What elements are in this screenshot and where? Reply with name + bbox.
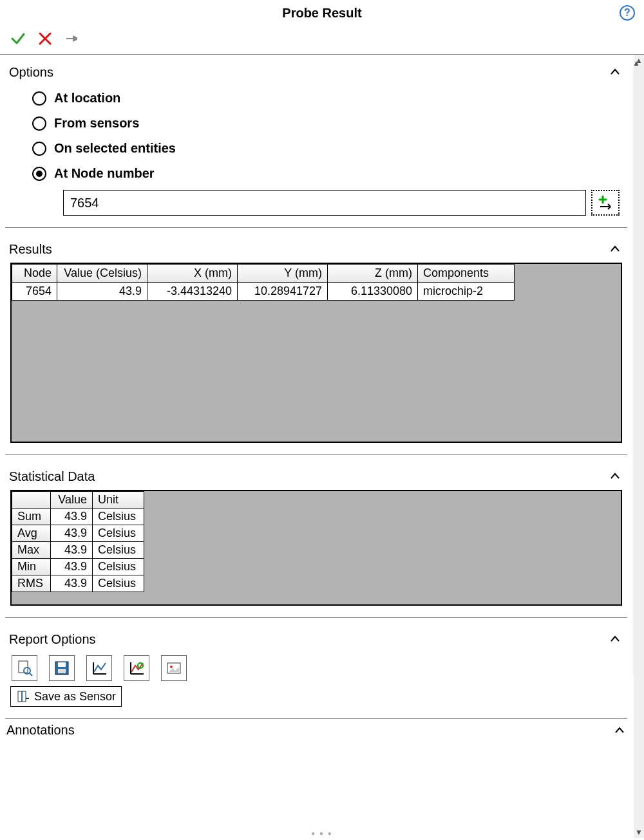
node-number-input[interactable] xyxy=(63,190,586,216)
pin-button[interactable] xyxy=(63,30,81,48)
help-icon[interactable]: ? xyxy=(620,5,635,21)
cell-value: 43.9 xyxy=(51,542,93,559)
col-value[interactable]: Value xyxy=(51,492,93,509)
chevron-up-icon xyxy=(607,468,623,485)
report-capture-button[interactable] xyxy=(161,655,187,681)
stats-table: Value Unit Sum 43.9 Celsius xyxy=(12,491,144,592)
radio-icon xyxy=(32,117,46,131)
cell-label: Sum xyxy=(12,509,51,525)
col-value[interactable]: Value (Celsius) xyxy=(57,265,147,283)
svg-rect-4 xyxy=(58,669,66,673)
section-report-title: Report Options xyxy=(9,632,96,647)
table-row[interactable]: 7654 43.9 -3.44313240 10.28941727 6.1133… xyxy=(12,283,515,301)
stats-table-area[interactable]: Value Unit Sum 43.9 Celsius xyxy=(10,490,622,606)
chevron-up-icon xyxy=(607,241,623,257)
radio-label: On selected entities xyxy=(54,141,176,156)
inner-scrollbar[interactable]: ▲ xyxy=(631,57,641,675)
radio-from-sensors[interactable]: From sensors xyxy=(32,111,625,136)
report-plot-button[interactable] xyxy=(86,655,112,681)
report-toolbar xyxy=(8,650,625,686)
svg-point-7 xyxy=(170,666,173,668)
report-save-button[interactable] xyxy=(49,655,75,681)
col-y[interactable]: Y (mm) xyxy=(238,265,328,283)
cell-label: Max xyxy=(12,542,51,559)
section-annotations-title: Annotations xyxy=(6,723,75,738)
cell-value: 43.9 xyxy=(51,509,93,525)
chevron-up-icon xyxy=(607,631,623,648)
results-table-area[interactable]: Node Value (Celsius) X (mm) Y (mm) Z (mm… xyxy=(10,263,622,443)
report-summary-button[interactable] xyxy=(12,655,37,681)
col-unit[interactable]: Unit xyxy=(93,492,144,509)
cell-unit: Celsius xyxy=(93,575,144,592)
cell-y: 10.28941727 xyxy=(238,283,328,301)
radio-label: At Node number xyxy=(54,166,155,181)
sensor-icon xyxy=(16,689,30,704)
chart-target-icon xyxy=(128,659,146,677)
check-icon xyxy=(10,31,26,46)
radio-icon xyxy=(32,142,46,156)
section-results-header[interactable]: Results xyxy=(8,238,625,260)
svg-rect-3 xyxy=(58,662,66,667)
section-results-title: Results xyxy=(9,242,52,257)
cell-unit: Celsius xyxy=(93,559,144,575)
cell-value: 43.9 xyxy=(57,283,147,301)
section-report-header[interactable]: Report Options xyxy=(8,628,625,650)
section-options-title: Options xyxy=(9,65,53,80)
ok-button[interactable] xyxy=(9,30,27,48)
cell-components: microchip-2 xyxy=(418,283,515,301)
cell-unit: Celsius xyxy=(93,509,144,525)
page-title: Probe Result xyxy=(282,6,361,21)
col-node[interactable]: Node xyxy=(12,265,57,283)
image-icon xyxy=(165,659,183,677)
cell-label: Min xyxy=(12,559,51,575)
chevron-up-icon xyxy=(607,64,623,80)
cell-value: 43.9 xyxy=(51,525,93,542)
col-blank[interactable] xyxy=(12,492,51,509)
table-row[interactable]: Max 43.9 Celsius xyxy=(12,542,144,559)
radio-at-location[interactable]: At location xyxy=(32,86,625,111)
radio-label: From sensors xyxy=(54,116,139,131)
chevron-up-icon xyxy=(613,724,626,737)
cell-x: -3.44313240 xyxy=(147,283,238,301)
table-row[interactable]: RMS 43.9 Celsius xyxy=(12,575,144,592)
radio-icon xyxy=(32,167,46,181)
save-icon xyxy=(53,659,71,677)
section-stats-title: Statistical Data xyxy=(9,469,95,484)
table-row[interactable]: Min 43.9 Celsius xyxy=(12,559,144,575)
cell-z: 6.11330080 xyxy=(328,283,418,301)
col-x[interactable]: X (mm) xyxy=(147,265,238,283)
tooltip-label: Save as Sensor xyxy=(34,690,116,704)
radio-icon xyxy=(32,91,46,106)
section-options-header[interactable]: Options xyxy=(8,61,625,83)
table-row[interactable]: Sum 43.9 Celsius xyxy=(12,509,144,525)
col-z[interactable]: Z (mm) xyxy=(328,265,418,283)
results-table: Node Value (Celsius) X (mm) Y (mm) Z (mm… xyxy=(12,264,515,301)
cell-node: 7654 xyxy=(12,283,57,301)
resize-handle[interactable]: ● ● ● xyxy=(311,830,333,837)
close-icon xyxy=(38,32,52,46)
cell-value: 43.9 xyxy=(51,559,93,575)
scroll-up-icon[interactable]: ▲ xyxy=(632,57,640,69)
add-arrow-icon xyxy=(596,194,614,212)
toolbar xyxy=(0,26,644,54)
svg-rect-0 xyxy=(19,661,28,673)
save-as-sensor-button[interactable]: Save as Sensor xyxy=(10,686,122,707)
radio-label: At location xyxy=(54,91,120,106)
cell-label: RMS xyxy=(12,575,51,592)
cell-unit: Celsius xyxy=(93,542,144,559)
table-row[interactable]: Avg 43.9 Celsius xyxy=(12,525,144,542)
pin-icon xyxy=(64,31,80,46)
report-response-button[interactable] xyxy=(124,655,149,681)
document-magnify-icon xyxy=(15,659,33,677)
section-stats-header[interactable]: Statistical Data xyxy=(8,465,625,487)
cell-unit: Celsius xyxy=(93,525,144,542)
chart-line-icon xyxy=(90,659,108,677)
add-node-button[interactable] xyxy=(591,190,620,216)
cancel-button[interactable] xyxy=(36,30,54,48)
col-components[interactable]: Components xyxy=(418,265,515,283)
section-annotations-header[interactable]: Annotations xyxy=(5,723,627,740)
cell-value: 43.9 xyxy=(51,575,93,592)
radio-at-node-number[interactable]: At Node number xyxy=(32,161,625,186)
cell-label: Avg xyxy=(12,525,51,542)
radio-on-selected-entities[interactable]: On selected entities xyxy=(32,136,625,161)
